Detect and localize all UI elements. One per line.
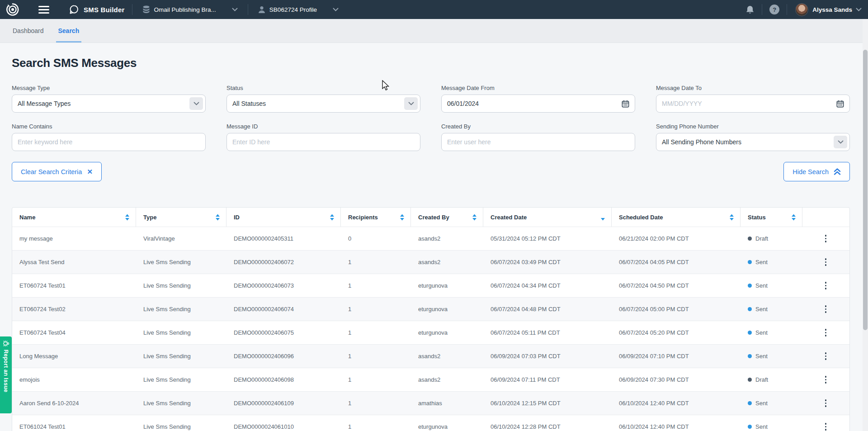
chevron-down-icon[interactable] [189,97,203,110]
cell-created-date: 06/09/2024 07:11 PM CDT [483,376,612,383]
status-label: Sent [755,423,768,430]
sort-icon [330,214,335,221]
sort-icon [215,214,220,221]
tab-dashboard[interactable]: Dashboard [10,19,46,43]
status-dot-icon [748,378,752,382]
bug-icon [3,340,9,347]
row-actions-kebab-icon[interactable] [810,352,842,360]
cell-name: my message [12,235,136,242]
field-message-date-from: Message Date From06/01/2024 [441,85,635,113]
chevron-down-icon[interactable] [834,136,847,148]
hamburger-menu-icon[interactable] [38,6,49,14]
column-header-recipients[interactable]: Recipients [341,208,411,227]
row-actions-kebab-icon[interactable] [810,282,842,289]
status-label: Sent [755,259,768,265]
chevron-down-icon[interactable] [856,8,862,11]
column-header-id[interactable]: ID [226,208,341,227]
column-label: Type [143,214,156,221]
clear-search-criteria-button[interactable]: Clear Search Criteria ✕ [12,162,102,181]
user-name: Alyssa Sands [812,6,852,13]
cell-name: Aaron Send 6-10-2024 [12,400,136,407]
cell-scheduled-date: 06/07/2024 04:50 PM CDT [612,282,741,289]
sort-icon [729,214,734,221]
report-an-issue-label: Report an Issue [3,350,9,393]
column-header-created-by[interactable]: Created By [411,208,483,227]
column-header-created-date[interactable]: Created Date [483,208,612,227]
field-sending-phone-number: Sending Phone NumberAll Sending Phone Nu… [656,123,850,151]
app-title: SMS Builder [84,6,125,14]
row-actions-kebab-icon[interactable] [810,376,842,384]
column-header-scheduled-date[interactable]: Scheduled Date [612,208,741,227]
user-avatar[interactable] [795,3,808,16]
message-date-to-input[interactable]: MM/DD/YYYY [656,95,850,113]
cell-created-date: 06/09/2024 07:03 PM CDT [483,353,612,360]
column-label: Status [748,214,766,221]
column-label: Name [19,214,35,221]
field-name-contains: Name ContainsEnter keyword here [12,123,206,151]
cell-actions [802,399,848,407]
column-label: Created Date [491,214,527,221]
status-label: Draft [755,235,768,242]
scrollbar-thumb[interactable] [863,50,868,330]
table-row: emojoisLive Sms SendingDEMO0000002406098… [12,368,849,391]
status-dot-icon [748,401,752,405]
column-header-status[interactable]: Status [741,208,802,227]
cell-type: Live Sms Sending [136,376,226,383]
cell-id: DEMO0000002406074 [226,306,341,313]
status-label: Sent [755,282,768,289]
profile-dropdown[interactable]: SB062724 Profile [255,4,341,15]
main-content: Search SMS Messages Message TypeAll Mess… [0,56,868,431]
cell-actions [802,376,848,384]
row-actions-kebab-icon[interactable] [810,258,842,266]
status-label: Sent [755,400,768,407]
cell-recipients: 1 [341,353,411,360]
divider [248,4,248,15]
notifications-bell-icon[interactable] [745,5,755,14]
cell-id: DEMO0000002406073 [226,282,341,289]
row-actions-kebab-icon[interactable] [810,399,842,407]
field-message-id: Message IDEnter ID here [226,123,420,151]
calendar-icon[interactable] [622,100,629,108]
column-header-name[interactable]: Name [12,208,136,227]
report-an-issue-button[interactable]: Report an Issue [0,336,12,413]
tab-search[interactable]: Search [56,19,82,43]
message-id-input[interactable]: Enter ID here [226,133,420,151]
column-header-actions [802,208,848,227]
cell-recipients: 1 [341,306,411,313]
person-icon [258,6,265,14]
chevron-down-icon[interactable] [404,97,418,110]
cell-name: ET061024 Test01 [12,423,136,430]
row-actions-kebab-icon[interactable] [810,423,842,431]
row-actions-kebab-icon[interactable] [810,235,842,242]
message-type-select[interactable]: All Message Types [12,95,206,113]
hide-search-button[interactable]: Hide Search [783,162,850,181]
help-icon[interactable]: ? [769,5,779,14]
chevron-down-icon [232,8,238,11]
row-actions-kebab-icon[interactable] [810,305,842,313]
field-message-date-to: Message Date ToMM/DD/YYYY [656,85,850,113]
top-bar: SMS Builder Omail Publishing Bra... SB06… [0,0,868,19]
table-row: my messageViralVintageDEMO00000024053110… [12,227,849,250]
name-contains-input[interactable]: Enter keyword here [12,133,206,151]
field-label: Sending Phone Number [656,123,850,130]
cell-scheduled-date: 06/07/2024 05:00 PM CDT [612,306,741,313]
status-select[interactable]: All Statuses [226,95,420,113]
created-by-input[interactable]: Enter user here [441,133,635,151]
cell-recipients: 1 [341,400,411,407]
cell-created-date: 06/10/2024 12:28 PM CDT [483,423,612,430]
tab-bar: DashboardSearch [0,19,868,43]
column-header-type[interactable]: Type [136,208,226,227]
omeda-logo-icon[interactable] [6,3,19,16]
cell-actions [802,235,848,242]
column-label: Created By [418,214,449,221]
message-date-from-input[interactable]: 06/01/2024 [441,95,635,113]
chevron-down-icon [333,8,339,11]
calendar-icon[interactable] [836,100,844,108]
brand-dropdown[interactable]: Omail Publishing Bra... [140,4,241,15]
sending-phone-number-select[interactable]: All Sending Phone Numbers [656,133,850,151]
cell-recipients: 1 [341,282,411,289]
cell-actions [802,423,848,431]
cell-created-by: eturgunova [411,329,483,336]
table-row: Long MessageLive Sms SendingDEMO00000024… [12,344,849,368]
row-actions-kebab-icon[interactable] [810,329,842,336]
